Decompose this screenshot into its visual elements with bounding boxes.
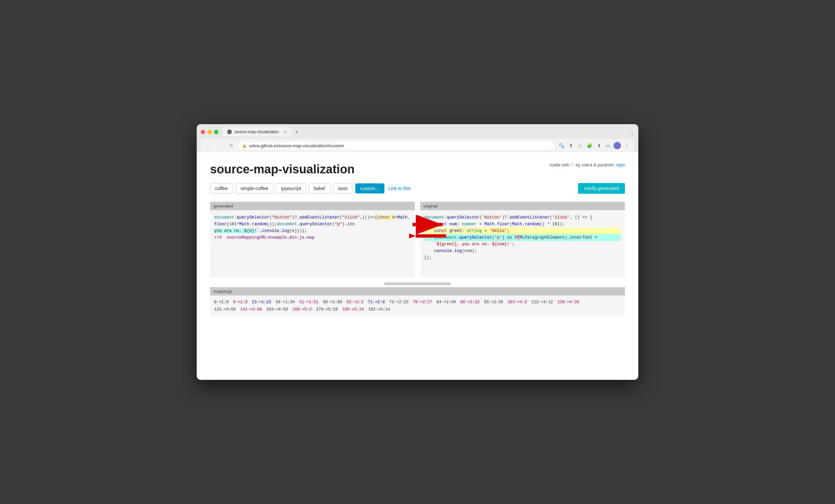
search-icon[interactable]: 🔍 [557, 142, 566, 149]
tab-favicon [227, 129, 232, 134]
generated-panel-body[interactable]: document.querySelector("button")?.addEve… [210, 210, 415, 277]
browser-window: source-map-visualization ✕ + ⌄ ← → ↻ 🔒 s… [197, 124, 638, 380]
download-icon[interactable]: ⬇ [596, 142, 603, 149]
mapping-14[interactable]: 112->4:12 [531, 300, 553, 305]
mapping-1[interactable]: 9->1:9 [233, 300, 247, 305]
generated-panel-header: generated [210, 202, 415, 210]
orig-line-2: const num: number = Math.floor(Math.rand… [424, 221, 621, 227]
mappings-body: 0->1:0 9->1:9 23->1:23 34->1:34 51->1:51… [210, 296, 625, 317]
minify-button[interactable]: minify generated [578, 183, 625, 194]
original-panel-header: original [420, 202, 625, 210]
code-panels: generated document.querySelector("button… [210, 202, 625, 277]
orig-line-1: document.querySelector('button')?.addEve… [424, 214, 621, 221]
mapping-8[interactable]: 73->2:22 [389, 300, 408, 305]
page-header: source-map-visualization made with ♡ by … [210, 162, 625, 176]
repo-link[interactable]: repo [616, 162, 625, 167]
new-tab-icon[interactable]: + [294, 127, 300, 136]
lock-icon: 🔒 [242, 144, 247, 148]
browser-addressbar: ← → ↻ 🔒 sokra.github.io/source-map-visua… [201, 139, 634, 152]
orig-line-7: }); [424, 254, 621, 261]
mapping-5[interactable]: 60->1:60 [323, 300, 342, 305]
mapping-15[interactable]: 126->4:26 [557, 300, 579, 305]
mapping-20[interactable]: 176->5:10 [316, 307, 338, 312]
generated-panel: generated document.querySelector("button… [210, 202, 415, 277]
mapping-12[interactable]: 93->2:38 [484, 300, 504, 305]
browser-tab[interactable]: source-map-visualization ✕ [222, 127, 291, 136]
tab-close-icon[interactable]: ✕ [284, 130, 287, 134]
reader-icon[interactable]: ▭ [605, 142, 612, 149]
page-content: source-map-visualization made with ♡ by … [197, 152, 638, 380]
tab-menu-icon[interactable]: ⌄ [631, 131, 634, 136]
traffic-lights [201, 130, 219, 134]
mapping-19[interactable]: 168->5:2 [292, 307, 312, 312]
orig-line-4: (document.querySelector('p') as HTMLPara… [424, 234, 621, 241]
mapping-3[interactable]: 34->1:34 [276, 300, 295, 305]
mapping-10[interactable]: 84->2:49 [436, 300, 456, 305]
tabs-row: coffee simple-coffee typescript babel sa… [210, 183, 625, 194]
minimize-button[interactable] [207, 130, 212, 134]
reload-button[interactable]: ↻ [227, 142, 236, 149]
profile-avatar[interactable] [613, 142, 621, 149]
mapping-0[interactable]: 0->1:0 [214, 300, 228, 305]
scrollbar[interactable] [384, 282, 451, 285]
mapping-16[interactable]: 131->4:56 [214, 307, 236, 312]
mapping-9[interactable]: 78->2:27 [413, 300, 432, 305]
mapping-22[interactable]: 182->5:14 [368, 307, 390, 312]
extension-icon[interactable]: 🧩 [586, 142, 594, 149]
credit-label: made with ♡ by sokra & paulirish. [550, 162, 615, 167]
gen-line-2: you are no. ${e}!`,console.log(e)})); [214, 227, 411, 234]
mapping-18[interactable]: 163->4:93 [266, 307, 288, 312]
original-panel: original document.querySelector('button'… [420, 202, 625, 277]
mapping-7[interactable]: 71->2:8 [368, 300, 385, 305]
tab-babel[interactable]: babel [309, 183, 330, 194]
mappings-header: mappings [210, 287, 625, 296]
url-text: sokra.github.io/source-map-visualization… [249, 143, 344, 148]
forward-button[interactable]: → [216, 142, 225, 149]
tab-simple-coffee[interactable]: simple-coffee [236, 183, 273, 194]
maximize-button[interactable] [214, 130, 219, 134]
browser-toolbar: 🔍 ⬆ ☆ 🧩 ⬇ ▭ ⋮ [557, 142, 630, 149]
mapping-4[interactable]: 51->1:51 [299, 300, 319, 305]
menu-icon[interactable]: ⋮ [623, 142, 630, 149]
close-button[interactable] [201, 130, 205, 134]
tab-custom[interactable]: custom... [355, 183, 384, 194]
back-button[interactable]: ← [205, 142, 213, 149]
tab-typescript[interactable]: typescript [276, 183, 306, 194]
mapping-2[interactable]: 23->1:23 [252, 300, 271, 305]
browser-titlebar: source-map-visualization ✕ + ⌄ [201, 127, 634, 136]
mappings-section: mappings 0->1:0 9->1:9 23->1:23 34->1:34… [210, 287, 625, 317]
page-title: source-map-visualization [210, 162, 354, 176]
tab-coffee[interactable]: coffee [210, 183, 233, 194]
link-to-this[interactable]: Link to this [388, 186, 411, 191]
mapping-6[interactable]: 65->2:2 [347, 300, 363, 305]
orig-line-6: console.log(num); [424, 248, 621, 254]
browser-tabs: source-map-visualization ✕ + ⌄ [222, 127, 634, 136]
browser-chrome: source-map-visualization ✕ + ⌄ ← → ↻ 🔒 s… [197, 124, 638, 152]
orig-line-5: `${greet}, you are no. ${num}!`; [424, 241, 621, 248]
mapping-11[interactable]: 88->2:33 [460, 300, 480, 305]
share-icon[interactable]: ⬆ [568, 142, 574, 149]
tab-title: source-map-visualization [235, 129, 279, 134]
gen-line-3: //# sourceMappingURL=example.min.js.map [214, 234, 411, 241]
mapping-21[interactable]: 180->5:14 [342, 307, 364, 312]
mapping-13[interactable]: 103->4:3 [508, 300, 527, 305]
credit-text: made with ♡ by sokra & paulirish. repo [550, 162, 625, 167]
code-panels-wrapper: generated document.querySelector("button… [210, 202, 625, 277]
tab-sass[interactable]: sass [333, 183, 352, 194]
address-bar[interactable]: 🔒 sokra.github.io/source-map-visualizati… [238, 142, 555, 149]
mapping-17[interactable]: 141->4:68 [240, 307, 262, 312]
original-panel-body[interactable]: document.querySelector('button')?.addEve… [420, 210, 625, 277]
gen-line-1: document.querySelector("button")?.addEve… [214, 214, 411, 227]
orig-line-3: const greet: string = 'Hello'; [424, 227, 621, 234]
bookmark-icon[interactable]: ☆ [576, 142, 584, 149]
